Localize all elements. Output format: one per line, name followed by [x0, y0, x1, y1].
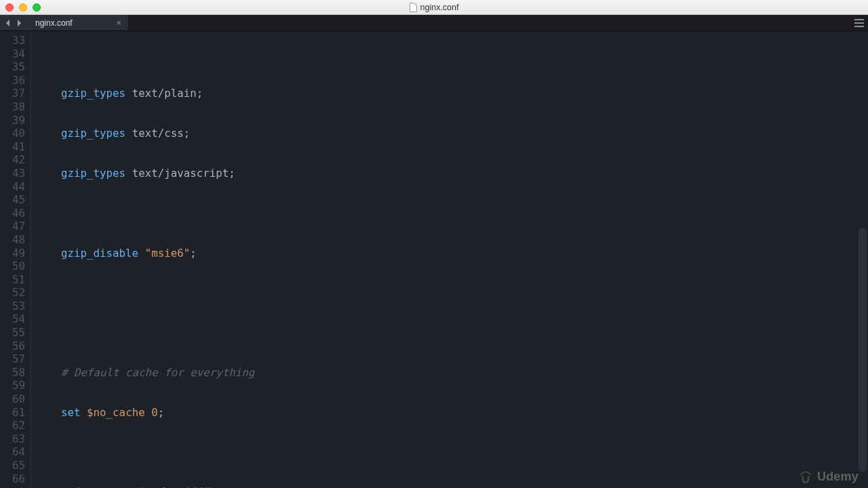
line-number: 43: [0, 167, 25, 180]
line-number: 40: [0, 127, 25, 140]
line-number: 64: [0, 445, 25, 459]
minimize-window-icon[interactable]: [19, 3, 27, 12]
tab-label: nginx.conf: [35, 18, 73, 28]
line-number: 51: [0, 273, 25, 287]
line-number: 66: [0, 472, 25, 486]
line-number: 42: [0, 153, 25, 167]
tab-menu-button[interactable]: [850, 15, 868, 30]
code-line: [37, 445, 868, 459]
line-number: 59: [0, 379, 25, 392]
line-number: 49: [0, 247, 25, 260]
code-line: gzip_disable "msie6";: [37, 247, 868, 260]
line-number: 54: [0, 312, 25, 326]
document-icon: [410, 3, 417, 12]
nav-back-button[interactable]: [3, 16, 14, 30]
line-number: 44: [0, 180, 25, 194]
code-line: [37, 207, 868, 220]
line-number: 39: [0, 114, 25, 127]
line-number: 62: [0, 419, 25, 432]
nav-forward-button[interactable]: [14, 16, 24, 30]
traffic-lights: [0, 3, 41, 12]
tab-close-icon[interactable]: ×: [116, 18, 121, 28]
code-line: set $no_cache 0;: [37, 406, 868, 420]
line-number: 34: [0, 47, 25, 61]
code-line: [37, 286, 868, 300]
line-number: 38: [0, 100, 25, 114]
line-number: 37: [0, 87, 25, 100]
line-number: 56: [0, 340, 25, 353]
line-number: 50: [0, 260, 25, 273]
hamburger-icon: [854, 19, 864, 20]
close-window-icon[interactable]: [5, 3, 14, 12]
line-number-gutter: 3334353637383940414243444546474849505152…: [0, 31, 31, 488]
window-titlebar: nginx.conf: [0, 0, 868, 15]
brand-watermark-text: Udemy: [817, 470, 859, 484]
line-number: 45: [0, 193, 25, 207]
editor-tabbar: nginx.conf ×: [0, 15, 868, 31]
tabbar-spacer: [129, 15, 850, 30]
code-line: # Default cache for everything: [37, 366, 868, 380]
line-number: 58: [0, 366, 25, 380]
line-number: 65: [0, 459, 25, 472]
udemy-logo-icon: [798, 469, 813, 484]
line-number: 52: [0, 286, 25, 300]
line-number: 53: [0, 300, 25, 313]
line-number: 33: [0, 34, 25, 47]
code-line: # Bypass cache for POST requests: [37, 485, 868, 488]
line-number: 48: [0, 233, 25, 247]
code-area[interactable]: gzip_types text/plain; gzip_types text/c…: [31, 31, 868, 488]
line-number: 57: [0, 352, 25, 366]
editor: 3334353637383940414243444546474849505152…: [0, 31, 868, 488]
line-number: 35: [0, 60, 25, 74]
line-number: 36: [0, 74, 25, 87]
window-title-text: nginx.conf: [420, 3, 459, 12]
line-number: 41: [0, 140, 25, 154]
code-line: [37, 326, 868, 340]
line-number: 61: [0, 406, 25, 420]
chevron-left-icon: [5, 20, 11, 26]
window-title: nginx.conf: [0, 3, 868, 12]
code-line: gzip_types text/css;: [37, 127, 868, 140]
chevron-right-icon: [16, 20, 22, 26]
line-number: 55: [0, 326, 25, 340]
tab-history-nav: [0, 15, 27, 30]
tab-active[interactable]: nginx.conf ×: [27, 15, 129, 30]
brand-watermark: Udemy: [798, 469, 859, 484]
line-number: 47: [0, 220, 25, 233]
line-number: 46: [0, 207, 25, 220]
code-line: gzip_types text/javascript;: [37, 167, 868, 180]
code-line: gzip_types text/plain;: [37, 87, 868, 100]
zoom-window-icon[interactable]: [33, 3, 41, 12]
line-number: 60: [0, 392, 25, 406]
line-number: 63: [0, 432, 25, 446]
vertical-scrollbar[interactable]: [859, 228, 867, 472]
